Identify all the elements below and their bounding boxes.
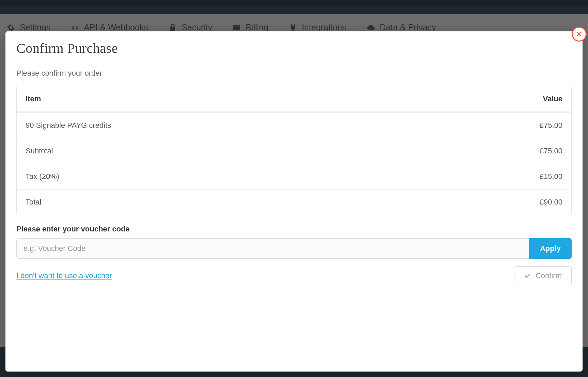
voucher-input[interactable] [16, 238, 529, 259]
item-name: 90 Signable PAYG credits [26, 121, 111, 130]
item-name: Total [26, 198, 41, 207]
modal-title: Confirm Purchase [16, 40, 572, 56]
table-row: Subtotal £75.00 [17, 138, 571, 164]
skip-voucher-link[interactable]: I don't want to use a voucher [16, 271, 112, 280]
voucher-label: Please enter your voucher code [16, 225, 572, 233]
col-value-header: Value [543, 94, 562, 103]
table-row: Tax (20%) £15.00 [17, 164, 571, 190]
item-value: £90.00 [540, 198, 562, 207]
voucher-row: Apply [16, 238, 572, 259]
table-row: 90 Signable PAYG credits £75.00 [17, 113, 571, 138]
apply-button[interactable]: Apply [529, 238, 572, 259]
confirm-button-label: Confirm [536, 271, 562, 280]
divider [5, 62, 583, 62]
item-value: £15.00 [540, 172, 562, 181]
confirm-button[interactable]: Confirm [514, 266, 572, 285]
close-button[interactable] [572, 27, 587, 42]
table-row: Total £90.00 [17, 190, 571, 215]
item-name: Tax (20%) [26, 172, 59, 181]
close-icon [576, 31, 582, 37]
col-item-header: Item [26, 94, 41, 103]
table-header: Item Value [17, 86, 571, 113]
order-table: Item Value 90 Signable PAYG credits £75.… [16, 86, 572, 215]
check-icon [524, 272, 531, 280]
item-name: Subtotal [26, 147, 53, 155]
modal-footer: I don't want to use a voucher Confirm [16, 266, 572, 285]
modal-subtitle: Please confirm your order [16, 69, 572, 78]
item-value: £75.00 [540, 147, 562, 155]
confirm-purchase-modal: Confirm Purchase Please confirm your ord… [5, 31, 583, 372]
item-value: £75.00 [540, 121, 562, 130]
